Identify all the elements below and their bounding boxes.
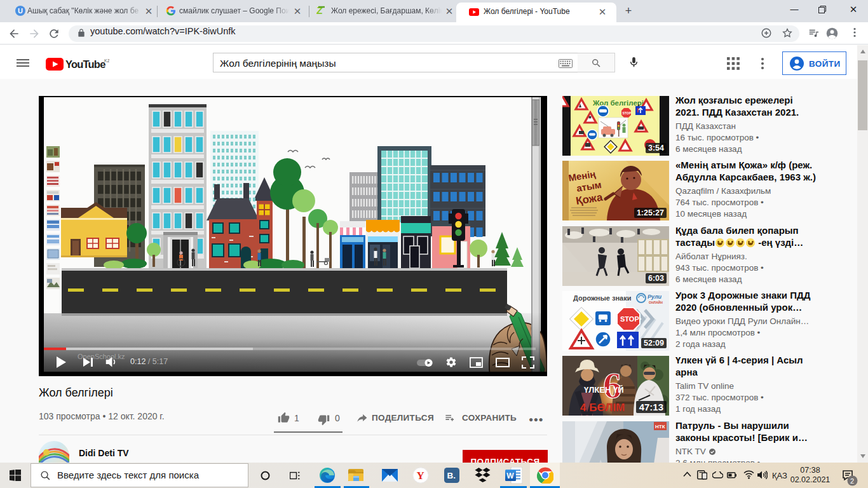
svg-text:YouTube: YouTube bbox=[65, 58, 105, 70]
svg-text:STOP: STOP bbox=[623, 111, 632, 115]
svg-text:KZ: KZ bbox=[104, 58, 109, 63]
svg-text:2: 2 bbox=[850, 477, 854, 485]
svg-text:НТК: НТК bbox=[655, 424, 665, 430]
svg-text:4 БӨЛІМ: 4 БӨЛІМ bbox=[580, 402, 625, 414]
svg-text:Дорожные знаки: Дорожные знаки bbox=[573, 294, 632, 302]
svg-text:Рули: Рули bbox=[648, 294, 662, 300]
svg-text:ОНЛАЙН: ОНЛАЙН bbox=[649, 300, 663, 304]
svg-text:B.: B. bbox=[447, 471, 456, 480]
svg-text:STOP: STOP bbox=[620, 315, 639, 323]
svg-text:Y: Y bbox=[417, 470, 424, 482]
svg-text:W: W bbox=[506, 471, 514, 480]
svg-text:ҮЛКЕН ҮЙ: ҮЛКЕН ҮЙ bbox=[584, 385, 624, 395]
